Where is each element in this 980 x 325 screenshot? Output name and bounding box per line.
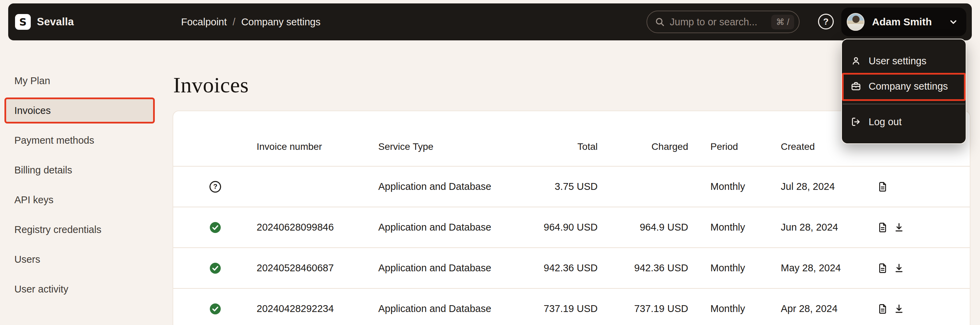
- search-input[interactable]: [670, 16, 771, 28]
- sidebar-item-billing-details[interactable]: Billing details: [5, 157, 155, 183]
- total-cell: 3.75 USD: [535, 181, 598, 192]
- search-shortcut-badge: ⌘ /: [771, 15, 794, 29]
- sidebar-item-label: My Plan: [14, 75, 50, 86]
- sidebar-item-users[interactable]: Users: [5, 246, 155, 272]
- document-icon: [877, 222, 888, 233]
- download-icon: [894, 222, 905, 233]
- table-row: 20240528460687 Application and Database …: [173, 247, 970, 288]
- created-cell: Jun 28, 2024: [781, 222, 877, 233]
- user-icon: [851, 56, 861, 66]
- charged-cell: 964.9 USD: [598, 222, 688, 233]
- sidebar-item-label: API keys: [14, 194, 53, 206]
- download-icon: [894, 263, 905, 274]
- actions-column-header: [877, 152, 970, 166]
- page: { "topbar": { "brand": "Sevalla", "logo_…: [0, 0, 980, 325]
- table-row: 20240628099846 Application and Database …: [173, 207, 970, 247]
- charged-cell: 737.19 USD: [598, 303, 688, 314]
- sidebar-item-label: Users: [14, 254, 40, 265]
- charged-cell: 942.36 USD: [598, 263, 688, 274]
- sidebar-item-invoices[interactable]: Invoices: [5, 98, 155, 123]
- paid-status-icon: [210, 263, 221, 274]
- column-header-charged: Charged: [598, 141, 688, 166]
- topbar: S Sevalla Focalpoint / Company settings …: [8, 3, 972, 40]
- menu-item-label: User settings: [869, 55, 926, 67]
- user-dropdown-menu: User settings Company settings Log out: [841, 38, 966, 144]
- service-type-cell: Application and Database: [378, 263, 535, 274]
- search-icon: [655, 17, 665, 27]
- column-header-period: Period: [688, 141, 781, 166]
- created-cell: Jul 28, 2024: [781, 181, 877, 192]
- menu-item-user-settings[interactable]: User settings: [842, 48, 966, 74]
- total-cell: 942.36 USD: [535, 263, 598, 274]
- download-invoice-button[interactable]: [894, 222, 905, 233]
- column-header-invoice-number: Invoice number: [257, 141, 378, 166]
- chevron-down-icon: [948, 17, 958, 27]
- menu-divider: [843, 104, 965, 104]
- service-type-cell: Application and Database: [378, 181, 535, 192]
- question-mark-icon: ?: [823, 16, 829, 27]
- sidebar-item-my-plan[interactable]: My Plan: [5, 68, 155, 94]
- sidebar-item-label: Billing details: [14, 165, 72, 176]
- view-invoice-button[interactable]: [877, 181, 888, 192]
- status-column-header: [173, 152, 257, 166]
- breadcrumb: Focalpoint / Company settings: [181, 3, 320, 40]
- global-search[interactable]: ⌘ /: [646, 11, 800, 33]
- help-button[interactable]: ?: [818, 14, 834, 29]
- sidebar-item-label: Registry credentials: [14, 224, 102, 235]
- download-icon: [894, 303, 905, 314]
- view-invoice-button[interactable]: [877, 222, 888, 233]
- document-icon: [877, 181, 888, 192]
- sidebar-item-api-keys[interactable]: API keys: [5, 187, 155, 213]
- invoice-number-cell: 20240528460687: [257, 263, 378, 274]
- created-cell: Apr 28, 2024: [781, 303, 877, 314]
- logo-letter: S: [19, 16, 27, 28]
- breadcrumb-separator: /: [233, 16, 235, 28]
- period-cell: Monthly: [688, 303, 781, 314]
- avatar: [847, 13, 864, 31]
- sidebar-item-user-activity[interactable]: User activity: [5, 276, 155, 302]
- sidebar-item-label: Payment methods: [14, 135, 94, 146]
- column-header-created: Created: [781, 141, 877, 166]
- menu-item-company-settings[interactable]: Company settings: [842, 74, 966, 99]
- invoice-number-cell: 20240428292234: [257, 303, 378, 314]
- download-invoice-button[interactable]: [894, 303, 905, 314]
- sevalla-logo-icon: S: [15, 14, 31, 30]
- paid-status-icon: [210, 222, 221, 233]
- service-type-cell: Application and Database: [378, 303, 535, 314]
- total-cell: 737.19 USD: [535, 303, 598, 314]
- document-icon: [877, 263, 888, 274]
- brand-name: Sevalla: [37, 16, 74, 28]
- logo-link[interactable]: S Sevalla: [15, 14, 74, 30]
- period-cell: Monthly: [688, 181, 781, 192]
- user-menu-button[interactable]: Adam Smith: [841, 8, 966, 36]
- sidebar-item-payment-methods[interactable]: Payment methods: [5, 127, 155, 153]
- view-invoice-button[interactable]: [877, 303, 888, 314]
- period-cell: Monthly: [688, 222, 781, 233]
- menu-item-label: Company settings: [869, 81, 948, 92]
- sidebar-item-label: User activity: [14, 283, 68, 295]
- invoice-number-cell: 20240628099846: [257, 222, 378, 233]
- period-cell: Monthly: [688, 263, 781, 274]
- breadcrumb-project[interactable]: Focalpoint: [181, 16, 227, 28]
- view-invoice-button[interactable]: [877, 263, 888, 274]
- briefcase-icon: [851, 81, 861, 91]
- total-cell: 964.90 USD: [535, 222, 598, 233]
- created-cell: May 28, 2024: [781, 263, 877, 274]
- user-name: Adam Smith: [872, 16, 941, 28]
- sidebar-item-label: Invoices: [14, 105, 51, 116]
- table-row: ? Application and Database 3.75 USD Mont…: [173, 166, 970, 207]
- settings-sidebar: My Plan Invoices Payment methods Billing…: [5, 68, 155, 306]
- download-invoice-button[interactable]: [894, 263, 905, 274]
- service-type-cell: Application and Database: [378, 222, 535, 233]
- page-title: Invoices: [173, 72, 249, 98]
- menu-item-log-out[interactable]: Log out: [842, 109, 966, 134]
- document-icon: [877, 303, 888, 314]
- column-header-total: Total: [535, 141, 598, 166]
- table-row: 20240428292234 Application and Database …: [173, 288, 970, 325]
- logout-icon: [851, 117, 861, 127]
- breadcrumb-page[interactable]: Company settings: [241, 16, 320, 28]
- sidebar-item-registry-credentials[interactable]: Registry credentials: [5, 216, 155, 243]
- menu-item-label: Log out: [869, 116, 902, 128]
- pending-status-icon[interactable]: ?: [210, 181, 221, 193]
- paid-status-icon: [210, 303, 221, 315]
